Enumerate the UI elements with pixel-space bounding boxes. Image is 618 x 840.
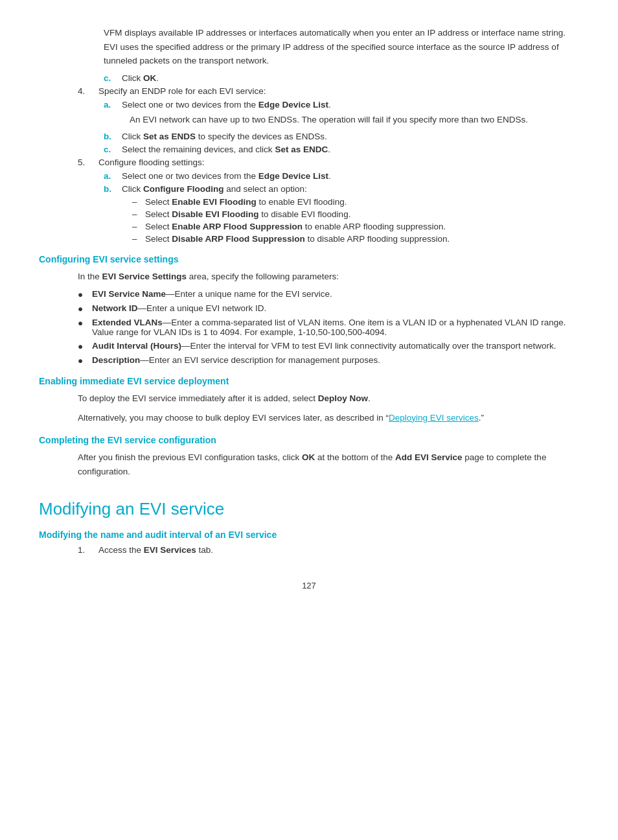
step-4-num: 4. bbox=[78, 86, 98, 96]
step-4c: c. Select the remaining devices, and cli… bbox=[39, 145, 579, 154]
bullets-list: ● EVI Service Name—Enter a unique name f… bbox=[39, 289, 579, 366]
dash-symbol-3: – bbox=[130, 222, 145, 231]
step-5a-letter: a. bbox=[104, 171, 122, 181]
step-5-num: 5. bbox=[78, 158, 98, 167]
step-5b: b. Click Configure Flooding and select a… bbox=[39, 184, 579, 194]
step-4a-letter: a. bbox=[104, 100, 122, 110]
step-4-text: Specify an ENDP role for each EVI servic… bbox=[98, 86, 266, 96]
step-4b-text: Click Set as ENDS to specify the devices… bbox=[122, 132, 327, 141]
step-c-letter: c. bbox=[104, 73, 122, 83]
page-number: 127 bbox=[39, 581, 579, 590]
step-4c-letter: c. bbox=[104, 145, 122, 154]
step-5a: a. Select one or two devices from the Ed… bbox=[39, 171, 579, 181]
dash-3: – Select Enable ARP Flood Suppression to… bbox=[39, 222, 579, 231]
dash-1: – Select Enable EVI Flooding to enable E… bbox=[39, 197, 579, 207]
enabling-para1: To deploy the EVI service immediately af… bbox=[39, 391, 579, 406]
step-c-text: Click OK. bbox=[122, 73, 159, 83]
bullet-symbol-3: ● bbox=[78, 341, 92, 351]
bullet-text-0: EVI Service Name—Enter a unique name for… bbox=[92, 289, 332, 299]
modifying-sub-heading: Modifying the name and audit interval of… bbox=[39, 530, 579, 540]
bullet-symbol-0: ● bbox=[78, 289, 92, 299]
step-4a-text: Select one or two devices from the Edge … bbox=[122, 100, 331, 110]
step-c-ok: c. Click OK. bbox=[39, 73, 579, 83]
step-4: 4. Specify an ENDP role for each EVI ser… bbox=[39, 86, 579, 96]
step-4a: a. Select one or two devices from the Ed… bbox=[39, 100, 579, 110]
modifying-step-1-num: 1. bbox=[78, 545, 98, 555]
configuring-intro: In the EVI Service Settings area, specif… bbox=[39, 270, 579, 284]
dash-symbol-4: – bbox=[130, 234, 145, 244]
bullet-text-2: Extended VLANs—Enter a comma-separated l… bbox=[92, 318, 579, 337]
bullet-text-4: Description—Enter an EVI service descrip… bbox=[92, 355, 380, 365]
dash-2-text: Select Disable EVI Flooding to disable E… bbox=[145, 209, 350, 219]
modifying-step-1: 1. Access the EVI Services tab. bbox=[39, 545, 579, 555]
dash-symbol-2: – bbox=[130, 209, 145, 219]
bullet-item-4: ● Description—Enter an EVI service descr… bbox=[39, 355, 579, 366]
completing-para: After you finish the previous EVI config… bbox=[39, 450, 579, 478]
bullet-item-0: ● EVI Service Name—Enter a unique name f… bbox=[39, 289, 579, 299]
dash-4: – Select Disable ARP Flood Suppression t… bbox=[39, 234, 579, 244]
bullet-item-2: ● Extended VLANs—Enter a comma-separated… bbox=[39, 318, 579, 337]
bullet-text-1: Network ID—Enter a unique EVI network ID… bbox=[92, 303, 266, 313]
step-5-text: Configure flooding settings: bbox=[98, 158, 205, 167]
dash-3-text: Select Enable ARP Flood Suppression to e… bbox=[145, 222, 446, 231]
step-c-bold: OK bbox=[143, 73, 156, 83]
dash-4-text: Select Disable ARP Flood Suppression to … bbox=[145, 234, 450, 244]
bullet-symbol-2: ● bbox=[78, 318, 92, 328]
bullet-item-1: ● Network ID—Enter a unique EVI network … bbox=[39, 303, 579, 314]
bullet-item-3: ● Audit Interval (Hours)—Enter the inter… bbox=[39, 341, 579, 351]
intro-text: VFM displays available IP addresses or i… bbox=[104, 28, 566, 65]
bullet-symbol-4: ● bbox=[78, 355, 92, 366]
dash-symbol-1: – bbox=[130, 197, 145, 207]
configuring-heading: Configuring EVI service settings bbox=[39, 254, 579, 264]
step-5b-letter: b. bbox=[104, 184, 122, 194]
dash-2: – Select Disable EVI Flooding to disable… bbox=[39, 209, 579, 219]
step-5a-text: Select one or two devices from the Edge … bbox=[122, 171, 331, 181]
intro-paragraph: VFM displays available IP addresses or i… bbox=[39, 26, 579, 68]
step-c-after: . bbox=[156, 73, 159, 83]
enabling-heading: Enabling immediate EVI service deploymen… bbox=[39, 376, 579, 386]
deploying-link[interactable]: Deploying EVI services bbox=[389, 413, 479, 423]
bullet-symbol-1: ● bbox=[78, 303, 92, 314]
step-c-before: Click bbox=[122, 73, 143, 83]
step-4b: b. Click Set as ENDS to specify the devi… bbox=[39, 132, 579, 141]
enabling-para2: Alternatively, you may choose to bulk de… bbox=[39, 411, 579, 425]
step-4b-letter: b. bbox=[104, 132, 122, 141]
step-4c-text: Select the remaining devices, and click … bbox=[122, 145, 330, 154]
step-4a-note: An EVI network can have up to two ENDSs.… bbox=[39, 113, 579, 127]
step-5: 5. Configure flooding settings: bbox=[39, 158, 579, 167]
dash-1-text: Select Enable EVI Flooding to enable EVI… bbox=[145, 197, 347, 207]
completing-heading: Completing the EVI service configuration bbox=[39, 435, 579, 445]
modifying-step-1-text: Access the EVI Services tab. bbox=[98, 545, 213, 555]
step-5b-text: Click Configure Flooding and select an o… bbox=[122, 184, 307, 194]
bullet-text-3: Audit Interval (Hours)—Enter the interva… bbox=[92, 341, 556, 351]
page-content: VFM displays available IP addresses or i… bbox=[39, 26, 579, 590]
modifying-heading: Modifying an EVI service bbox=[39, 499, 579, 519]
